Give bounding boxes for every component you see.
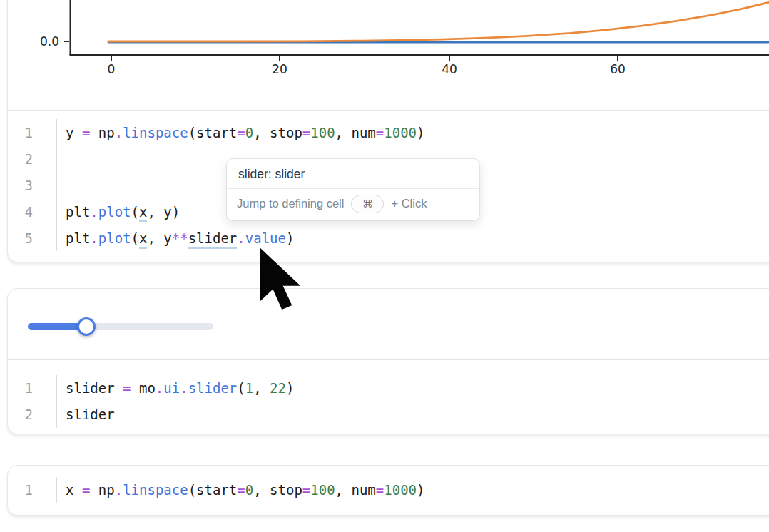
code-token: )	[286, 380, 294, 396]
code-token: plot	[98, 230, 131, 246]
code-token: np	[90, 482, 114, 498]
code-editor-slider[interactable]: 1slider = mo.ui.slider(1, 22)2slider	[8, 360, 769, 434]
code-token: plot	[98, 204, 131, 220]
code-text[interactable]: x = np.linspace(start=0, stop=100, num=1…	[56, 477, 769, 503]
variable-reference[interactable]: x	[139, 204, 147, 222]
notebook-cell-slider: 1slider = mo.ui.slider(1, 22)2slider	[7, 288, 769, 434]
code-token: =	[376, 125, 384, 140]
plot-output-area: 0.00204060	[8, 0, 769, 111]
code-token: =	[123, 380, 131, 396]
tooltip-title: slider: slider	[227, 159, 479, 188]
code-token: .	[90, 230, 98, 246]
code-token: (start	[188, 125, 238, 140]
tooltip-footer: Jump to defining cell ⌘ + Click	[227, 189, 479, 218]
slider-handle[interactable]	[77, 317, 96, 336]
code-token: , num	[335, 125, 376, 140]
code-token: .	[237, 230, 245, 246]
line-number: 1	[8, 380, 56, 396]
code-token: slider	[66, 406, 115, 422]
code-token: .	[115, 482, 123, 498]
code-token: .	[180, 380, 188, 396]
code-line: 5plt.plot(x, y**slider.value)	[8, 225, 769, 251]
code-token: (	[131, 204, 139, 220]
code-token: ,	[253, 380, 270, 396]
notebook-cell-plot: 0.00204060 1y = np.linspace(start=0, sto…	[7, 0, 769, 262]
code-token: linspace	[123, 125, 188, 140]
code-token: =	[302, 482, 310, 498]
code-token: .	[115, 125, 123, 140]
code-token: slider	[66, 380, 123, 396]
variable-reference[interactable]: x	[139, 230, 147, 249]
code-editor-x[interactable]: 1x = np.linspace(start=0, stop=100, num=…	[8, 466, 769, 515]
command-key-icon: ⌘	[362, 198, 373, 210]
code-token: 22	[270, 380, 286, 396]
slider-output-area	[8, 289, 769, 360]
code-token: mo	[131, 380, 156, 396]
jump-to-defining-cell-label[interactable]: Jump to defining cell	[237, 197, 344, 210]
code-token: , y	[147, 230, 171, 246]
code-token: plt	[66, 230, 90, 246]
code-token: x	[66, 482, 82, 498]
code-token: (	[131, 230, 139, 246]
code-token: 0	[245, 125, 253, 140]
code-token: np	[90, 125, 114, 140]
line-number: 5	[8, 230, 56, 246]
code-token: )	[417, 125, 424, 140]
code-token: =	[82, 125, 90, 140]
svg-text:60: 60	[610, 62, 626, 76]
code-token: 1000	[384, 125, 417, 140]
line-number: 2	[8, 406, 56, 422]
code-token: (start	[188, 482, 238, 498]
line-number: 2	[8, 151, 56, 167]
code-token: 100	[310, 482, 335, 498]
code-token: , y)	[147, 204, 180, 220]
code-token: , num	[335, 482, 376, 498]
code-token: , stop	[253, 482, 302, 498]
code-token: (	[237, 380, 245, 396]
code-token: =	[82, 482, 90, 498]
code-token: plt	[66, 204, 90, 220]
svg-text:20: 20	[272, 62, 287, 76]
variable-tooltip: slider: slider Jump to defining cell ⌘ +…	[226, 158, 480, 221]
code-text[interactable]: plt.plot(x, y**slider.value)	[56, 225, 769, 251]
code-line: 1slider = mo.ui.slider(1, 22)	[8, 375, 769, 401]
code-token: 100	[310, 125, 335, 140]
notebook-cell-x: 1x = np.linspace(start=0, stop=100, num=…	[7, 465, 769, 516]
code-token: )	[286, 230, 294, 246]
click-hint-label: + Click	[391, 197, 427, 210]
code-token: 0	[245, 482, 253, 498]
code-token: =	[302, 125, 310, 140]
slider-track[interactable]	[28, 323, 213, 330]
code-token: .	[90, 204, 98, 220]
matplotlib-figure: 0.00204060	[8, 0, 769, 110]
svg-text:0.0: 0.0	[40, 34, 59, 48]
svg-text:0: 0	[108, 62, 116, 76]
code-text[interactable]: y = np.linspace(start=0, stop=100, num=1…	[56, 119, 769, 145]
code-token: y	[66, 125, 82, 140]
variable-reference[interactable]: slider	[188, 230, 238, 249]
code-text[interactable]: slider	[56, 401, 769, 428]
line-number: 1	[8, 125, 56, 140]
command-key-badge: ⌘	[351, 195, 384, 213]
code-line: 2slider	[8, 401, 769, 428]
code-line: 1x = np.linspace(start=0, stop=100, num=…	[8, 477, 769, 503]
code-token: ui	[163, 380, 180, 396]
line-number: 4	[8, 204, 56, 220]
code-token: =	[237, 125, 245, 140]
code-token: , stop	[253, 125, 302, 140]
code-token: 1000	[384, 482, 417, 498]
svg-text:40: 40	[442, 62, 457, 76]
code-token: )	[417, 482, 424, 498]
code-token: value	[245, 230, 286, 246]
code-token: 1	[245, 380, 253, 396]
code-token: .	[156, 380, 163, 396]
code-token: **	[172, 230, 188, 246]
code-token: slider	[188, 380, 238, 396]
line-number: 1	[8, 482, 56, 498]
code-line: 1y = np.linspace(start=0, stop=100, num=…	[8, 119, 769, 145]
code-token: linspace	[123, 482, 188, 498]
code-text[interactable]: slider = mo.ui.slider(1, 22)	[56, 375, 769, 401]
code-token: =	[237, 482, 245, 498]
line-number: 3	[8, 178, 56, 193]
code-token: =	[376, 482, 384, 498]
